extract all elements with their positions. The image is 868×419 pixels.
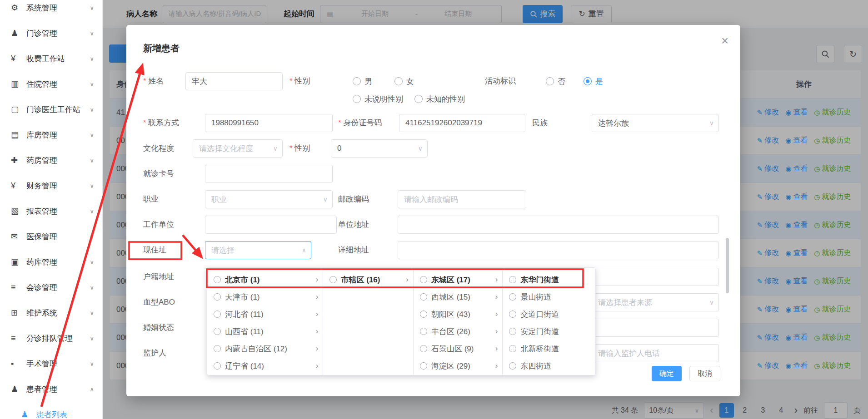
modal-scrollbar-thumb[interactable] — [726, 238, 729, 293]
document-icon: ▤ — [11, 130, 24, 140]
cascader-node-label: 海淀区 (29) — [431, 361, 470, 371]
radio-active-yes[interactable]: 是 — [584, 72, 603, 90]
chevron-down-icon: ∨ — [323, 196, 328, 203]
cascader-node-label: 市辖区 (16) — [341, 275, 380, 285]
menu-item-label: 门诊医生工作站 — [26, 104, 90, 115]
cascader-node[interactable]: 朝阳区 (43) › — [414, 306, 503, 323]
household-address-input[interactable] — [592, 268, 719, 286]
cascader-node[interactable]: 石景山区 (9) › — [414, 340, 503, 357]
cascader-node[interactable]: 北京市 (1) › — [207, 271, 323, 288]
sidebar-menu: ⚙ 系统管理 ∨ ♟ 门诊管理 ∨ ¥ 收费工作站 ∨ ▥ 住院管理 ∨ ▢ 门… — [0, 0, 102, 402]
visit-card-input[interactable] — [205, 165, 333, 183]
sidebar-item-patient[interactable]: ♟ 患者管理 ∧ — [0, 376, 102, 402]
marital-row-input[interactable] — [592, 319, 719, 337]
cascader-node[interactable]: 内蒙古自治区 (12) › — [207, 340, 323, 357]
menu-item-label: 药库管理 — [26, 257, 90, 267]
patient-list-icon: ♟ — [21, 409, 34, 419]
education-select[interactable]: 请选择文化程度 ∨ — [193, 139, 283, 158]
field-label-active-flag: 活动标识 — [485, 72, 516, 90]
sidebar-item-pharmacy[interactable]: ✚ 药房管理 ∨ — [0, 148, 102, 173]
cascader-node[interactable]: 东华门街道 › — [503, 271, 595, 288]
postal-code-input[interactable]: 请输入邮政编码 — [398, 190, 526, 208]
gender-code-select[interactable]: 0 ∨ — [331, 139, 428, 158]
sidebar-item-finance[interactable]: ¥ 财务管理 ∨ — [0, 173, 102, 198]
sidebar-item-maintenance[interactable]: ⊞ 维护系统 ∨ — [0, 300, 102, 325]
patient-source-select[interactable]: 请选择患者来源 ∨ — [592, 293, 719, 311]
menu-item-label: 维护系统 — [26, 308, 90, 318]
field-label-education: 文化程度 — [143, 139, 174, 158]
current-address-cascader-select[interactable]: 请选择 ∧ — [205, 241, 311, 259]
field-label-name: 姓名 — [143, 72, 164, 90]
sidebar-item-reports[interactable]: ▧ 报表管理 ∨ — [0, 198, 102, 224]
cascader-node[interactable]: 安定门街道 › — [503, 323, 595, 340]
sidebar-item-warehouse[interactable]: ▤ 库房管理 ∨ — [0, 122, 102, 148]
cascader-node[interactable]: 市辖区 (16) › — [323, 271, 413, 288]
cascader-node[interactable]: 辽宁省 (14) › — [207, 357, 323, 375]
field-label-detail-address: 详细地址 — [338, 241, 369, 259]
cascader-node[interactable]: 海淀区 (29) › — [414, 357, 503, 375]
cancel-button[interactable]: 取消 — [689, 366, 720, 381]
sidebar-item-consultation[interactable]: ≡ 会诊管理 ∨ — [0, 275, 102, 300]
sidebar-item-surgery[interactable]: ▪ 手术管理 ∨ — [0, 351, 102, 376]
sidebar-item-doctor-station[interactable]: ▢ 门诊医生工作站 ∨ — [0, 97, 102, 122]
guardian-phone-input[interactable]: 请输入监护人电话 — [592, 344, 719, 362]
sidebar-item-system[interactable]: ⚙ 系统管理 ∨ — [0, 0, 102, 20]
radio-icon — [420, 345, 427, 352]
cascader-node[interactable]: 西城区 (15) › — [414, 288, 503, 306]
chevron-icon: ∨ — [90, 55, 94, 62]
menu-item-label: 患者列表 — [36, 409, 102, 419]
sidebar-item-insurance[interactable]: ✉ 医保管理 ∨ — [0, 224, 102, 249]
id-number-input[interactable]: 411625192602039719 — [399, 114, 525, 132]
ethnicity-select[interactable]: 达斡尔族 ∨ — [592, 114, 719, 132]
gear-icon: ⚙ — [11, 3, 24, 13]
chevron-icon: ∨ — [90, 5, 94, 11]
unit-address-input[interactable] — [398, 216, 719, 234]
chevron-icon: ∨ — [90, 335, 94, 342]
radio-female[interactable]: 女 — [394, 72, 414, 90]
close-icon[interactable]: × — [721, 35, 728, 47]
cascader-province-column: 北京市 (1) › 天津市 (1) › 河北省 (11) › 山西省 (11) … — [207, 268, 323, 375]
menu-item-label: 报表管理 — [26, 206, 90, 217]
sidebar-item-triage-queue[interactable]: ≡ 分诊排队管理 ∨ — [0, 325, 102, 351]
radio-icon — [329, 276, 337, 283]
cascader-node[interactable]: 天津市 (1) › — [207, 288, 323, 306]
patient-source-placeholder: 请选择患者来源 — [598, 297, 652, 308]
cascader-node[interactable]: 东四街道 › — [503, 357, 595, 375]
field-label-guardian: 监护人 — [143, 344, 166, 362]
radio-icon — [509, 276, 516, 283]
cascader-node[interactable]: 交道口街道 › — [503, 306, 595, 323]
sidebar-item-drug-storage[interactable]: ▣ 药库管理 ∨ — [0, 249, 102, 275]
detail-address-input[interactable] — [398, 241, 719, 259]
cascader-node[interactable]: 丰台区 (26) › — [414, 323, 503, 340]
radio-icon — [214, 293, 221, 301]
envelope-icon: ✉ — [11, 232, 24, 242]
cascader-node-label: 东四街道 — [520, 361, 551, 371]
confirm-button[interactable]: 确定 — [652, 366, 682, 381]
cascader-node[interactable]: 景山街道 › — [503, 288, 595, 306]
chevron-icon: ∨ — [90, 81, 94, 88]
cascader-node[interactable]: 山西省 (11) › — [207, 323, 323, 340]
cascader-node[interactable]: 东城区 (17) › — [414, 271, 503, 288]
sidebar-item-patient-list[interactable]: ♟ 患者列表 — [0, 402, 102, 419]
cascader-node[interactable]: 北新桥街道 › — [503, 340, 595, 357]
radio-gender-unknown[interactable]: 未知的性别 — [414, 90, 465, 108]
sidebar-item-outpatient[interactable]: ♟ 门诊管理 ∨ — [0, 20, 102, 46]
work-unit-input[interactable] — [205, 216, 337, 234]
occupation-select[interactable]: 职业 ∨ — [205, 190, 333, 208]
name-input[interactable]: 牢大 — [185, 72, 283, 90]
field-label-unit-address: 单位地址 — [338, 216, 369, 234]
chevron-right-icon: › — [316, 361, 319, 370]
cascader-node[interactable]: 河北省 (11) › — [207, 306, 323, 323]
radio-gender-unstated[interactable]: 未说明性别 — [353, 90, 403, 108]
chevron-icon: ∨ — [90, 284, 94, 291]
radio-active-no[interactable]: 否 — [546, 72, 565, 90]
radio-icon — [214, 345, 221, 352]
sidebar-item-inpatient[interactable]: ▥ 住院管理 ∨ — [0, 71, 102, 97]
radio-male[interactable]: 男 — [353, 72, 372, 90]
contact-input[interactable]: 19880991650 — [205, 114, 333, 132]
sidebar-item-charging-station[interactable]: ¥ 收费工作站 ∨ — [0, 46, 102, 71]
field-label-id-number: 身份证号码 — [338, 114, 382, 132]
field-label-occupation: 职业 — [143, 190, 159, 208]
chevron-right-icon: › — [316, 275, 319, 284]
field-label-postal-code: 邮政编码 — [338, 190, 369, 208]
